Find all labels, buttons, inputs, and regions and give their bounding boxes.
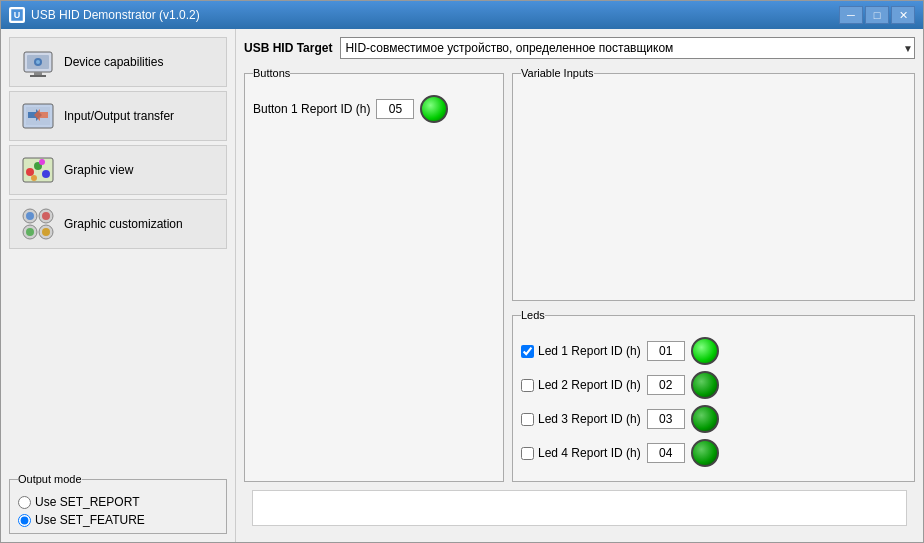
sidebar-label-graphic-view: Graphic view (64, 163, 133, 177)
svg-point-23 (42, 228, 50, 236)
led4-checkbox-label[interactable]: Led 4 Report ID (h) (521, 446, 641, 460)
radio-set-feature-input[interactable] (18, 514, 31, 527)
title-bar-left: U USB HID Demonstrator (v1.0.2) (9, 7, 200, 23)
sidebar-item-input-output-transfer[interactable]: Input/Output transfer (9, 91, 227, 141)
led3-checkbox[interactable] (521, 413, 534, 426)
svg-point-14 (31, 175, 37, 181)
output-mode-legend: Output mode (18, 473, 82, 485)
svg-point-7 (36, 60, 40, 64)
radio-set-report-label: Use SET_REPORT (35, 495, 139, 509)
led2-indicator (691, 371, 719, 399)
svg-point-11 (26, 168, 34, 176)
led2-label: Led 2 Report ID (h) (538, 378, 641, 392)
radio-group: Use SET_REPORT Use SET_FEATURE (18, 495, 218, 527)
led2-input[interactable] (647, 375, 685, 395)
svg-rect-4 (34, 72, 42, 75)
variable-inputs-panel: Variable Inputs (512, 67, 915, 301)
led4-indicator (691, 439, 719, 467)
radio-use-set-feature[interactable]: Use SET_FEATURE (18, 513, 218, 527)
output-mode-section: Output mode Use SET_REPORT Use SET_FEATU… (9, 473, 227, 534)
buttons-panel: Buttons Button 1 Report ID (h) (244, 67, 504, 482)
led4-row: Led 4 Report ID (h) (521, 439, 906, 467)
button1-led-indicator (420, 95, 448, 123)
svg-point-20 (26, 212, 34, 220)
sidebar-item-graphic-view[interactable]: Graphic view (9, 145, 227, 195)
device-capabilities-icon (20, 44, 56, 80)
hid-target-select-wrapper: HID-совместимое устройство, определенное… (340, 37, 915, 59)
led2-checkbox-label[interactable]: Led 2 Report ID (h) (521, 378, 641, 392)
led1-indicator (691, 337, 719, 365)
hid-target-row: USB HID Target HID-совместимое устройств… (244, 37, 915, 59)
title-bar: U USB HID Demonstrator (v1.0.2) ─ □ ✕ (1, 1, 923, 29)
led3-indicator (691, 405, 719, 433)
led2-row: Led 2 Report ID (h) (521, 371, 906, 399)
sidebar-label-graphic-customization: Graphic customization (64, 217, 183, 231)
sidebar-label-device-capabilities: Device capabilities (64, 55, 163, 69)
svg-point-22 (26, 228, 34, 236)
buttons-panel-label: Buttons (253, 67, 290, 79)
svg-point-13 (42, 170, 50, 178)
led4-label: Led 4 Report ID (h) (538, 446, 641, 460)
radio-set-report-input[interactable] (18, 496, 31, 509)
graphic-view-icon (20, 152, 56, 188)
main-area: USB HID Target HID-совместимое устройств… (236, 29, 923, 542)
led1-label: Led 1 Report ID (h) (538, 344, 641, 358)
led3-row: Led 3 Report ID (h) (521, 405, 906, 433)
sidebar-label-io-transfer: Input/Output transfer (64, 109, 174, 123)
window-controls: ─ □ ✕ (839, 6, 915, 24)
main-window: U USB HID Demonstrator (v1.0.2) ─ □ ✕ (0, 0, 924, 543)
leds-panel-label: Leds (521, 309, 545, 321)
maximize-button[interactable]: □ (865, 6, 889, 24)
hid-target-label: USB HID Target (244, 41, 332, 55)
led1-input[interactable] (647, 341, 685, 361)
hid-target-select[interactable]: HID-совместимое устройство, определенное… (340, 37, 915, 59)
app-icon: U (9, 7, 25, 23)
content-area: Device capabilities Input/Output transfe… (1, 29, 923, 542)
sidebar: Device capabilities Input/Output transfe… (1, 29, 236, 542)
svg-rect-5 (30, 75, 46, 77)
svg-point-15 (39, 159, 45, 165)
panels-row: Buttons Button 1 Report ID (h) Variable … (244, 67, 915, 482)
window-title: USB HID Demonstrator (v1.0.2) (31, 8, 200, 22)
sidebar-item-graphic-customization[interactable]: Graphic customization (9, 199, 227, 249)
sidebar-item-device-capabilities[interactable]: Device capabilities (9, 37, 227, 87)
io-transfer-icon (20, 98, 56, 134)
right-column: Variable Inputs Leds Led 1 Report ID (h) (512, 67, 915, 482)
variable-inputs-label: Variable Inputs (521, 67, 594, 79)
led3-checkbox-label[interactable]: Led 3 Report ID (h) (521, 412, 641, 426)
led4-checkbox[interactable] (521, 447, 534, 460)
close-button[interactable]: ✕ (891, 6, 915, 24)
led1-checkbox[interactable] (521, 345, 534, 358)
led1-checkbox-label[interactable]: Led 1 Report ID (h) (521, 344, 641, 358)
status-bar (252, 490, 907, 526)
button1-row: Button 1 Report ID (h) (253, 95, 495, 123)
led3-input[interactable] (647, 409, 685, 429)
svg-point-21 (42, 212, 50, 220)
button1-label: Button 1 Report ID (h) (253, 102, 370, 116)
minimize-button[interactable]: ─ (839, 6, 863, 24)
button1-input[interactable] (376, 99, 414, 119)
led1-row: Led 1 Report ID (h) (521, 337, 906, 365)
led3-label: Led 3 Report ID (h) (538, 412, 641, 426)
led2-checkbox[interactable] (521, 379, 534, 392)
graphic-customization-icon (20, 206, 56, 242)
radio-use-set-report[interactable]: Use SET_REPORT (18, 495, 218, 509)
led4-input[interactable] (647, 443, 685, 463)
svg-text:U: U (14, 10, 21, 20)
radio-set-feature-label: Use SET_FEATURE (35, 513, 145, 527)
leds-panel: Leds Led 1 Report ID (h) (512, 309, 915, 482)
